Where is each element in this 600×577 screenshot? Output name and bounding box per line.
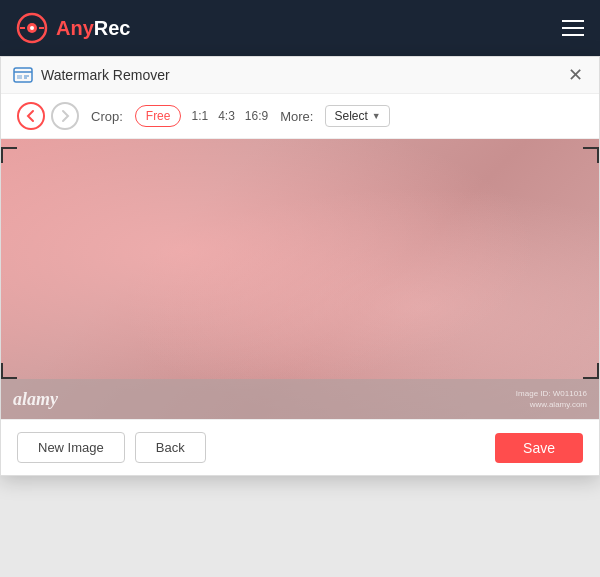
logo-area: AnyRec — [16, 12, 131, 44]
back-arrow-icon — [24, 109, 38, 123]
back-button[interactable]: Back — [135, 432, 206, 463]
modal-title-area: Watermark Remover — [13, 65, 170, 85]
crop-toolbar: Crop: Free 1:1 4:3 16:9 More: Select — [1, 94, 599, 139]
more-label: More: — [280, 109, 313, 124]
crop-16-9-button[interactable]: 16:9 — [245, 109, 268, 123]
footer-left-buttons: New Image Back — [17, 432, 206, 463]
modal-title: Watermark Remover — [41, 67, 170, 83]
logo-icon — [16, 12, 48, 44]
select-label: Select — [334, 109, 367, 123]
crop-4-3-button[interactable]: 4:3 — [218, 109, 235, 123]
close-button[interactable]: ✕ — [563, 63, 587, 87]
watermark-url: www.alamy.com — [516, 399, 587, 410]
top-navigation: AnyRec — [0, 0, 600, 56]
watermark-remover-modal: Watermark Remover ✕ Crop: Free 1:1 4:3 1… — [0, 56, 600, 476]
crop-free-button[interactable]: Free — [135, 105, 182, 127]
svg-rect-7 — [17, 75, 22, 79]
crop-corner-tr[interactable] — [583, 147, 599, 163]
image-background — [1, 139, 599, 419]
forward-nav-button[interactable] — [51, 102, 79, 130]
modal-footer: New Image Back Save — [1, 419, 599, 475]
crop-label: Crop: — [91, 109, 123, 124]
logo-text: AnyRec — [56, 17, 131, 40]
crop-corner-tl[interactable] — [1, 147, 17, 163]
modal-header: Watermark Remover ✕ — [1, 57, 599, 94]
image-canvas-area: alamy Image ID: W011016 www.alamy.com — [1, 139, 599, 419]
watermark-bar: alamy Image ID: W011016 www.alamy.com — [1, 379, 599, 419]
svg-rect-5 — [14, 68, 32, 82]
crop-1-1-button[interactable]: 1:1 — [191, 109, 208, 123]
new-image-button[interactable]: New Image — [17, 432, 125, 463]
crop-options: Free 1:1 4:3 16:9 — [135, 105, 268, 127]
watermark-brand-text: alamy — [13, 389, 58, 410]
watermark-remover-icon — [13, 65, 33, 85]
nav-buttons — [17, 102, 79, 130]
crop-corner-br[interactable] — [583, 363, 599, 379]
hamburger-menu-button[interactable] — [562, 20, 584, 36]
watermark-info: Image ID: W011016 www.alamy.com — [516, 388, 587, 410]
back-nav-button[interactable] — [17, 102, 45, 130]
svg-point-2 — [30, 26, 34, 30]
save-button[interactable]: Save — [495, 433, 583, 463]
select-dropdown[interactable]: Select — [325, 105, 389, 127]
forward-arrow-icon — [58, 109, 72, 123]
watermark-id: Image ID: W011016 — [516, 388, 587, 399]
crop-corner-bl[interactable] — [1, 363, 17, 379]
